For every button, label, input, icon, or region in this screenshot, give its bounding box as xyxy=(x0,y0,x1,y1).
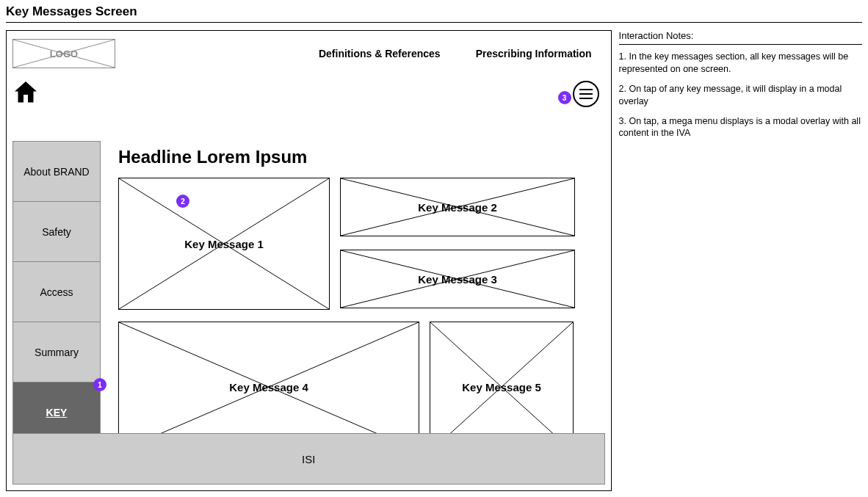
tile-label: Key Message 1 xyxy=(184,238,264,250)
annotation-badge-2: 2 xyxy=(176,195,189,208)
header-row: LOGO Definitions & References Prescribin… xyxy=(12,37,605,70)
main-content: Headline Lorem Ipsum Key Message 1 2 Key… xyxy=(118,147,596,452)
interaction-notes-panel: Interaction Notes: 1. In the key message… xyxy=(619,30,862,491)
wireframe-frame: LOGO Definitions & References Prescribin… xyxy=(6,30,612,491)
subheader: 3 xyxy=(12,79,605,115)
note-item: 3. On tap, a mega menu displays is a mod… xyxy=(619,115,862,140)
annotation-badge-1: 1 xyxy=(93,378,106,391)
top-links: Definitions & References Prescribing Inf… xyxy=(319,48,605,59)
page-title: Key Messages Screen xyxy=(6,4,862,23)
sidebar-item-safety[interactable]: Safety xyxy=(12,202,101,262)
logo-placeholder[interactable]: LOGO xyxy=(12,39,115,68)
home-icon[interactable] xyxy=(12,79,39,106)
notes-heading: Interaction Notes: xyxy=(619,30,862,45)
isi-label: ISI xyxy=(302,453,315,465)
tile-label: Key Message 2 xyxy=(418,201,497,214)
key-message-1-tile[interactable]: Key Message 1 2 xyxy=(118,178,330,310)
sidebar-item-access[interactable]: Access xyxy=(12,262,101,322)
definitions-link[interactable]: Definitions & References xyxy=(319,48,441,59)
tile-label: Key Message 5 xyxy=(462,381,541,393)
sidebar-nav: About BRAND Safety Access Summary KEY 1 xyxy=(12,141,101,443)
headline: Headline Lorem Ipsum xyxy=(118,147,596,167)
tile-label: Key Message 3 xyxy=(418,273,497,286)
sidebar-item-label: About BRAND xyxy=(23,166,89,178)
annotation-badge-3: 3 xyxy=(558,91,571,104)
note-item: 2. On tap of any key message, it will di… xyxy=(619,83,862,108)
tile-label: Key Message 4 xyxy=(229,381,308,393)
sidebar-item-label: Access xyxy=(40,286,73,298)
sidebar-item-about[interactable]: About BRAND xyxy=(12,142,101,202)
sidebar-item-summary[interactable]: Summary xyxy=(12,322,101,382)
logo-label: LOGO xyxy=(50,48,78,59)
sidebar-item-label: Summary xyxy=(35,347,79,358)
key-message-2-tile[interactable]: Key Message 2 xyxy=(340,178,575,236)
prescribing-link[interactable]: Prescribing Information xyxy=(476,48,592,59)
isi-footer[interactable]: ISI xyxy=(12,433,605,485)
sidebar-item-label: KEY xyxy=(46,407,68,418)
hamburger-menu-icon[interactable] xyxy=(573,81,599,107)
sidebar-item-label: Safety xyxy=(42,226,71,238)
key-message-3-tile[interactable]: Key Message 3 xyxy=(340,250,575,308)
note-item: 1. In the key messages section, all key … xyxy=(619,51,862,76)
